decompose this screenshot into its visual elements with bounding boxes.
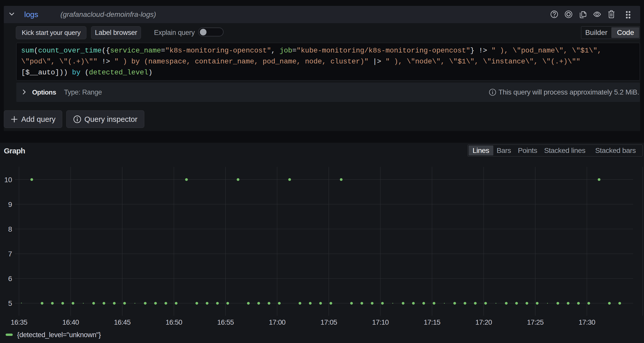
svg-text:10: 10 <box>4 176 12 184</box>
svg-text:16:45: 16:45 <box>114 318 131 326</box>
svg-text:17:10: 17:10 <box>372 318 389 326</box>
svg-text:5: 5 <box>8 299 12 307</box>
svg-text:16:55: 16:55 <box>217 318 234 326</box>
svg-text:8: 8 <box>8 225 12 233</box>
svg-text:17:30: 17:30 <box>579 318 595 326</box>
svg-text:16:35: 16:35 <box>11 318 27 326</box>
svg-text:9: 9 <box>8 201 12 208</box>
svg-text:17:25: 17:25 <box>527 318 544 326</box>
svg-text:17:15: 17:15 <box>424 318 440 326</box>
svg-text:16:40: 16:40 <box>62 318 79 326</box>
svg-text:16:50: 16:50 <box>166 318 182 326</box>
svg-text:17:00: 17:00 <box>269 318 286 326</box>
svg-text:17:20: 17:20 <box>475 318 492 326</box>
svg-text:17:05: 17:05 <box>320 318 337 326</box>
svg-text:{detected_level="unknown"}: {detected_level="unknown"} <box>17 331 101 339</box>
svg-text:6: 6 <box>8 275 12 283</box>
svg-text:7: 7 <box>8 250 12 258</box>
